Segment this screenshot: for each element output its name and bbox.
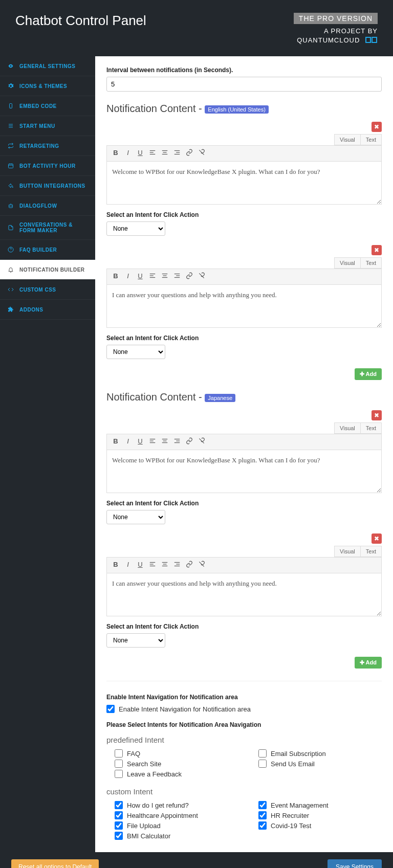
unlink-icon[interactable] — [197, 272, 206, 281]
editor-textarea[interactable] — [106, 450, 382, 493]
sidebar-item-faq-builder[interactable]: FAQ BUILDER — [0, 240, 95, 260]
remove-button[interactable]: ✖ — [372, 410, 382, 420]
editor-textarea[interactable] — [106, 573, 382, 616]
unlink-icon[interactable] — [197, 437, 206, 447]
align-left-icon[interactable] — [148, 272, 157, 281]
sidebar-item-notification-builder[interactable]: NOTIFICATION BUILDER — [0, 260, 95, 280]
underline-icon[interactable]: U — [136, 272, 145, 281]
tab-text[interactable]: Text — [360, 134, 382, 145]
intent-label: Select an Intent for Click Action — [106, 211, 382, 218]
pro-version-badge: THE PRO VERSION — [294, 13, 378, 24]
intent-checkbox[interactable] — [115, 760, 123, 768]
add-button-en[interactable]: ✚ Add — [355, 368, 382, 380]
underline-icon[interactable]: U — [136, 437, 145, 447]
tab-visual[interactable]: Visual — [334, 257, 361, 269]
bold-icon[interactable]: B — [111, 149, 120, 158]
tab-visual[interactable]: Visual — [334, 134, 361, 145]
align-center-icon[interactable] — [160, 437, 169, 447]
tab-visual[interactable]: Visual — [334, 422, 361, 434]
predefined-intent-heading: predefined Intent — [106, 736, 382, 744]
link-icon[interactable] — [185, 272, 194, 281]
italic-icon[interactable]: I — [123, 561, 133, 570]
italic-icon[interactable]: I — [123, 272, 133, 281]
intent-checkbox[interactable] — [115, 832, 123, 840]
tab-text[interactable]: Text — [360, 546, 382, 557]
bars-icon — [7, 122, 14, 129]
intent-checkbox-label: Email Subscription — [271, 750, 326, 758]
enable-nav-checkbox[interactable] — [106, 705, 115, 713]
sidebar-item-retargeting[interactable]: RETARGETING — [0, 136, 95, 156]
remove-button[interactable]: ✖ — [372, 533, 382, 544]
editor-toolbar: BIU — [106, 557, 382, 573]
intent-select[interactable]: None — [106, 345, 165, 359]
intent-checkbox[interactable] — [258, 760, 267, 768]
editor-textarea[interactable] — [106, 161, 382, 205]
align-right-icon[interactable] — [172, 437, 182, 447]
bold-icon[interactable]: B — [111, 272, 120, 281]
align-right-icon[interactable] — [172, 561, 182, 570]
intent-select[interactable]: None — [106, 510, 165, 524]
editor-textarea[interactable] — [106, 284, 382, 328]
remove-button[interactable]: ✖ — [372, 245, 382, 255]
save-button[interactable]: Save Settings — [328, 859, 382, 868]
puzzle-icon — [7, 306, 14, 313]
sidebar-item-embed-code[interactable]: EMBED CODE — [0, 96, 95, 116]
italic-icon[interactable]: I — [123, 437, 133, 447]
intent-label: Select an Intent for Click Action — [106, 335, 382, 342]
sidebar-item-button-integrations[interactable]: BUTTON INTEGRATIONS — [0, 176, 95, 196]
calendar-icon — [7, 162, 14, 169]
intent-select[interactable]: None — [106, 633, 165, 648]
intent-checkbox[interactable] — [115, 801, 123, 809]
interval-label: Interval between notifications (in Secon… — [106, 66, 382, 74]
add-button-jp[interactable]: ✚ Add — [355, 657, 382, 669]
sidebar-item-icons-themes[interactable]: ICONS & THEMES — [0, 76, 95, 96]
intent-select[interactable]: None — [106, 221, 165, 236]
align-right-icon[interactable] — [172, 149, 182, 158]
sidebar-item-label: GENERAL SETTINGS — [19, 63, 76, 69]
intent-checkbox[interactable] — [258, 811, 267, 819]
reset-button[interactable]: Reset all options to Default — [11, 859, 99, 868]
underline-icon[interactable]: U — [136, 149, 145, 158]
lang-badge-jp: Japanese — [205, 394, 235, 402]
align-center-icon[interactable] — [160, 272, 169, 281]
align-center-icon[interactable] — [160, 149, 169, 158]
intent-checkbox[interactable] — [115, 770, 123, 778]
link-icon[interactable] — [185, 561, 194, 570]
intent-checkbox[interactable] — [115, 821, 123, 830]
sidebar-item-general-settings[interactable]: GENERAL SETTINGS — [0, 56, 95, 76]
link-icon[interactable] — [185, 437, 194, 447]
enable-nav-heading: Enable Intent Navigation for Notificatio… — [106, 694, 382, 701]
align-left-icon[interactable] — [148, 149, 157, 158]
tab-visual[interactable]: Visual — [334, 546, 361, 557]
unlink-icon[interactable] — [197, 149, 206, 158]
bold-icon[interactable]: B — [111, 437, 120, 447]
editor-toolbar: BIU — [106, 434, 382, 450]
align-center-icon[interactable] — [160, 561, 169, 570]
sidebar-item-addons[interactable]: ADDONS — [0, 300, 95, 320]
align-left-icon[interactable] — [148, 561, 157, 570]
tab-text[interactable]: Text — [360, 257, 382, 269]
interval-input[interactable] — [106, 77, 382, 92]
align-left-icon[interactable] — [148, 437, 157, 447]
intent-checkbox[interactable] — [258, 749, 267, 758]
underline-icon[interactable]: U — [136, 561, 145, 570]
sidebar-item-dialogflow[interactable]: DIALOGFLOW — [0, 196, 95, 216]
sidebar-item-start-menu[interactable]: START MENU — [0, 116, 95, 136]
sidebar-item-bot-activity-hour[interactable]: BOT ACTIVITY HOUR — [0, 156, 95, 176]
svg-rect-1 — [372, 37, 377, 42]
sidebar-item-conversations-form-maker[interactable]: CONVERSATIONS & FORM MAKER — [0, 216, 95, 240]
link-icon[interactable] — [185, 149, 194, 158]
italic-icon[interactable]: I — [123, 149, 133, 158]
intent-checkbox[interactable] — [258, 801, 267, 809]
intent-checkbox-label: Send Us Email — [271, 760, 315, 768]
unlink-icon[interactable] — [197, 561, 206, 570]
sidebar-item-custom-css[interactable]: CUSTOM CSS — [0, 280, 95, 300]
intent-checkbox[interactable] — [115, 811, 123, 819]
align-right-icon[interactable] — [172, 272, 182, 281]
intent-checkbox[interactable] — [258, 821, 267, 830]
select-intents-heading: Please Select Intents for Notification A… — [106, 721, 382, 728]
remove-button[interactable]: ✖ — [372, 122, 382, 132]
tab-text[interactable]: Text — [360, 422, 382, 434]
bold-icon[interactable]: B — [111, 561, 120, 570]
intent-checkbox[interactable] — [115, 749, 123, 758]
